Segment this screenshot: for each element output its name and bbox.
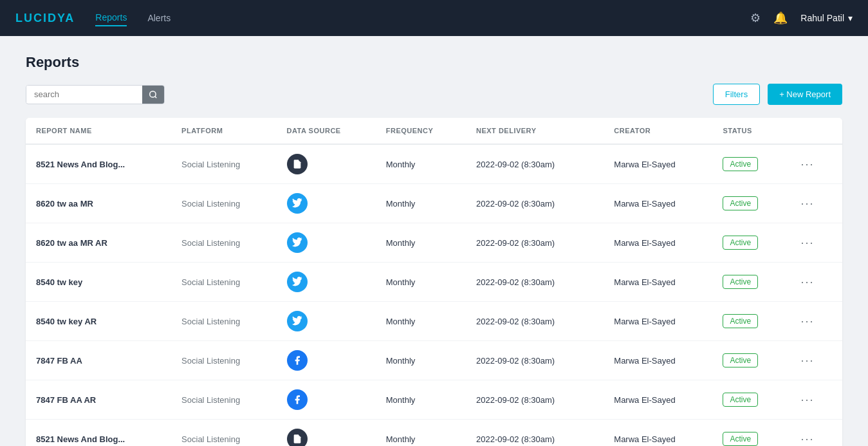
svg-line-1 [155,96,157,98]
platform-text: Social Listening [181,317,240,326]
logo: LUCIDYA [15,12,75,25]
table-header: REPORT NAME PLATFORM DATA SOURCE FREQUEN… [26,118,842,144]
report-name: 8620 tw aa MR [36,199,93,209]
platform-text: Social Listening [181,395,240,405]
search-input[interactable] [26,86,142,103]
more-options-button[interactable]: ··· [797,392,818,408]
table-row: 8540 tw key AR Social Listening Monthly … [26,302,842,341]
settings-icon[interactable]: ⚙ [750,11,761,25]
creator: Marwa El-Sayed [604,184,712,223]
toolbar: Filters + New Report [26,84,842,105]
chevron-down-icon: ▾ [848,13,853,23]
platform-text: Social Listening [181,277,240,287]
user-menu[interactable]: Rahul Patil ▾ [800,13,853,23]
report-name: 8521 News And Blog... [36,160,125,169]
frequency: Monthly [376,263,466,302]
search-icon [149,90,158,99]
page-title: Reports [26,54,842,71]
status-badge: Active [723,432,758,446]
col-report-name: REPORT NAME [26,118,171,144]
frequency: Monthly [376,420,466,447]
next-delivery: 2022-09-02 (8:30am) [466,420,604,447]
report-name: 8540 tw key AR [36,317,97,326]
facebook-icon [287,350,308,371]
status-badge: Active [723,275,758,289]
more-options-button[interactable]: ··· [797,313,818,330]
frequency: Monthly [376,223,466,263]
report-name: 7847 FB AA [36,356,82,366]
creator: Marwa El-Sayed [604,223,712,263]
more-options-button[interactable]: ··· [797,196,818,212]
reports-table: REPORT NAME PLATFORM DATA SOURCE FREQUEN… [26,118,842,446]
more-options-button[interactable]: ··· [797,235,818,251]
frequency: Monthly [376,380,466,420]
frequency: Monthly [376,184,466,223]
twitter-icon [287,193,308,214]
document-icon [287,429,308,446]
twitter-icon [287,272,308,292]
platform-text: Social Listening [181,238,240,248]
reports-table-container: REPORT NAME PLATFORM DATA SOURCE FREQUEN… [26,118,842,446]
creator: Marwa El-Sayed [604,302,712,341]
report-name: 8521 News And Blog... [36,434,125,444]
next-delivery: 2022-09-02 (8:30am) [466,302,604,341]
table-row: 7847 FB AA Social Listening Monthly 2022… [26,341,842,380]
table-row: 8620 tw aa MR Social Listening Monthly 2… [26,184,842,223]
status-badge: Active [723,393,758,407]
platform-text: Social Listening [181,199,240,209]
creator: Marwa El-Sayed [604,144,712,184]
next-delivery: 2022-09-02 (8:30am) [466,380,604,420]
status-badge: Active [723,314,758,328]
new-report-button[interactable]: + New Report [768,84,842,105]
platform-text: Social Listening [181,356,240,366]
nav-link-alerts[interactable]: Alerts [147,10,171,26]
frequency: Monthly [376,144,466,184]
table-row: 8521 News And Blog... Social Listening M… [26,420,842,447]
frequency: Monthly [376,302,466,341]
report-name: 7847 FB AA AR [36,395,96,405]
next-delivery: 2022-09-02 (8:30am) [466,144,604,184]
col-frequency: FREQUENCY [376,118,466,144]
more-options-button[interactable]: ··· [797,431,818,447]
status-badge: Active [723,236,758,250]
document-icon [287,154,308,174]
facebook-icon [287,389,308,410]
toolbar-right: Filters + New Report [713,84,842,105]
table-row: 8540 tw key Social Listening Monthly 202… [26,263,842,302]
col-platform: PLATFORM [171,118,276,144]
next-delivery: 2022-09-02 (8:30am) [466,341,604,380]
creator: Marwa El-Sayed [604,341,712,380]
status-badge: Active [723,157,758,171]
next-delivery: 2022-09-02 (8:30am) [466,184,604,223]
col-actions [787,118,842,144]
search-button[interactable] [142,86,164,104]
more-options-button[interactable]: ··· [797,353,818,369]
creator: Marwa El-Sayed [604,380,712,420]
col-data-source: DATA SOURCE [277,118,376,144]
twitter-icon [287,311,308,331]
table-row: 7847 FB AA AR Social Listening Monthly 2… [26,380,842,420]
col-creator: CREATOR [604,118,712,144]
svg-point-0 [150,91,156,97]
col-status: STATUS [712,118,786,144]
platform-text: Social Listening [181,160,240,169]
more-options-button[interactable]: ··· [797,156,818,172]
status-badge: Active [723,196,758,210]
creator: Marwa El-Sayed [604,420,712,447]
platform-text: Social Listening [181,434,240,444]
status-badge: Active [723,353,758,367]
main-content: Reports Filters + New Report REPORT NAME… [0,36,868,446]
table-row: 8521 News And Blog... Social Listening M… [26,144,842,184]
report-name: 8620 tw aa MR AR [36,238,107,248]
filters-button[interactable]: Filters [713,84,760,105]
bell-icon[interactable]: 🔔 [773,11,788,25]
more-options-button[interactable]: ··· [797,274,818,290]
next-delivery: 2022-09-02 (8:30am) [466,223,604,263]
table-row: 8620 tw aa MR AR Social Listening Monthl… [26,223,842,263]
frequency: Monthly [376,341,466,380]
nav-link-reports[interactable]: Reports [95,10,127,26]
user-name: Rahul Patil [800,13,844,23]
col-next-delivery: NEXT DELIVERY [466,118,604,144]
table-body: 8521 News And Blog... Social Listening M… [26,144,842,446]
search-wrapper [26,85,165,104]
